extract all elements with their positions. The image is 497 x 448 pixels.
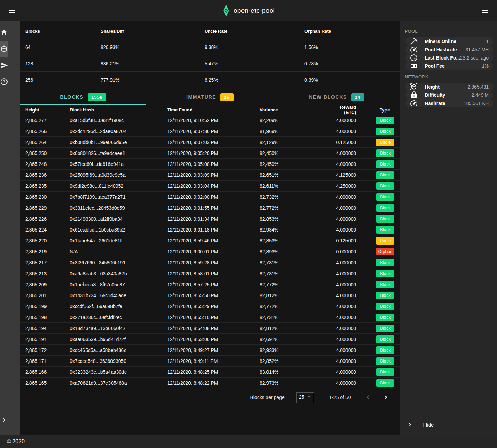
cell-time-found: 12/11/2020, 9:07:36 PM xyxy=(167,129,260,134)
type-badge: Block xyxy=(376,292,394,299)
tab-immature[interactable]: IMMATURE16 xyxy=(146,90,273,105)
cell-block-hash: 0xa15d3f38...0e31f1908c xyxy=(70,118,167,123)
expand-drawer-button[interactable] xyxy=(0,412,8,428)
cell-time-found: 12/11/2020, 9:05:08 PM xyxy=(167,161,260,167)
stat-value: 1 xyxy=(486,39,489,44)
table-row: 2,865,2770xa15d3f38...0e31f1908c12/11/20… xyxy=(20,115,400,126)
stat-value: 31.457 MH xyxy=(466,47,489,52)
type-badge: Block xyxy=(376,368,394,376)
home-icon xyxy=(0,28,8,37)
stats-cell: 9.38% xyxy=(205,44,304,50)
next-page-button[interactable] xyxy=(380,392,392,403)
table-row: 2,865,1990xccdf562f...69a698b7fe12/11/20… xyxy=(20,301,400,312)
tab-label: BLOCKS xyxy=(60,94,83,100)
cell-type: Block xyxy=(356,346,394,354)
per-page-select[interactable]: 25 xyxy=(296,392,314,403)
cell-variance: 82,732% xyxy=(260,194,328,200)
sidebar-item-help[interactable] xyxy=(0,74,8,90)
tab-blocks[interactable]: BLOCKS1558 xyxy=(20,90,146,105)
stats-cell: 5.47% xyxy=(205,61,304,66)
cell-type: Block xyxy=(356,160,394,168)
section-title-pool: POOL xyxy=(400,25,497,37)
left-nav xyxy=(0,21,20,435)
cell-type: Block xyxy=(356,215,394,223)
cell-time-found: 12/11/2020, 9:05:20 PM xyxy=(167,150,260,156)
hide-sidebar-button[interactable]: Hide xyxy=(400,417,497,432)
type-badge: Block xyxy=(376,335,394,343)
brand: open-etc-pool xyxy=(222,4,275,17)
cell-block-hash: 0x21493300...af2ff9ba34 xyxy=(70,216,167,222)
cell-time-found: 12/11/2020, 8:58:01 PM xyxy=(167,271,260,276)
cell-block-hash: 0x1b31b734...69c1d45ace xyxy=(70,293,167,298)
cube-scan-icon xyxy=(410,83,418,91)
cell-height: 2,865,266 xyxy=(25,129,70,134)
stats-cell: 256 xyxy=(25,77,101,83)
cell-variance: 82,812% xyxy=(260,293,328,298)
cell-reward: 4.000000 xyxy=(328,194,356,200)
stat-label: Hashrate xyxy=(424,101,445,106)
type-badge: Block xyxy=(376,259,394,266)
gauge-icon xyxy=(410,99,418,107)
prev-page-button[interactable] xyxy=(362,392,374,403)
cell-block-hash: 0xa70621d9...37e305468a xyxy=(70,380,167,386)
cell-time-found: 12/11/2020, 9:10:52 PM xyxy=(167,118,260,123)
cell-variance: 82,731% xyxy=(260,260,328,265)
cell-height: 2,865,213 xyxy=(25,271,70,276)
cell-block-hash: 0x3233243e...b5a4aa30dc xyxy=(70,369,167,375)
stats-sidebar-sections: POOLMiners Online1Pool Hashrate31.457 MH… xyxy=(400,25,497,107)
cell-height: 2,865,191 xyxy=(25,337,70,342)
cell-reward: 4.000000 xyxy=(328,205,356,211)
cell-block-hash: 0x271a236c...0efcfdf2ec xyxy=(70,315,167,320)
cell-height: 2,865,171 xyxy=(25,358,70,364)
cell-time-found: 12/11/2020, 9:01:34 PM xyxy=(167,216,260,222)
cell-reward: 4.000000 xyxy=(328,271,356,276)
top-app-bar: open-etc-pool xyxy=(0,0,497,21)
cell-variance: 82,933% xyxy=(260,347,328,353)
table-row: 2,865,2290x3311efec...20453d0e5912/11/20… xyxy=(20,202,400,213)
cell-type: Block xyxy=(356,149,394,157)
cell-height: 2,865,224 xyxy=(25,227,70,233)
table-row: 2,865,2500x6b801826...fa9adcaee112/11/20… xyxy=(20,148,400,159)
cube-icon xyxy=(0,45,8,53)
cell-height: 2,865,250 xyxy=(25,150,70,156)
cell-time-found: 12/11/2020, 9:00:01 PM xyxy=(167,249,260,254)
blocks-table-header: HeightBlock HashTime FoundVarianceReward… xyxy=(20,105,400,115)
cell-variance: 82,450% xyxy=(260,161,328,167)
hide-label: Hide xyxy=(423,422,434,428)
stat-value: 1% xyxy=(482,63,489,69)
cell-block-hash: 0xaa063539...b95d41d72f xyxy=(70,337,167,342)
cell-reward: 4.000000 xyxy=(328,315,356,320)
cell-variance: 82,772% xyxy=(260,205,328,211)
cell-reward: 4.000000 xyxy=(328,216,356,222)
right-menu-button[interactable] xyxy=(477,3,492,18)
etc-logo-icon xyxy=(222,4,230,17)
cell-reward: 4.125000 xyxy=(328,172,356,178)
tab-count-badge: 16 xyxy=(220,93,233,101)
tab-new-blocks[interactable]: NEW BLOCKS14 xyxy=(273,90,400,105)
stats-cell: 836.21% xyxy=(101,61,205,66)
cell-block-hash: 0x57fec60f...da616e941a xyxy=(70,161,167,167)
cell-block-hash: 0x25095f69...a0d39e9e5a xyxy=(70,172,167,178)
cell-height: 2,865,226 xyxy=(25,216,70,222)
cell-time-found: 12/11/2020, 8:49:27 PM xyxy=(167,347,260,353)
cell-type: Block xyxy=(356,226,394,234)
sidebar-item-home[interactable] xyxy=(0,24,8,41)
hamburger-icon xyxy=(481,6,489,15)
stats-row: 64826.93%9.38%1.56% xyxy=(20,39,400,55)
cell-variance: 82,893% xyxy=(260,249,328,254)
cell-height: 2,865,165 xyxy=(25,380,70,386)
banknote-icon xyxy=(410,62,418,70)
sidebar-item-payments[interactable] xyxy=(0,57,8,74)
cell-reward: 4.000000 xyxy=(328,227,356,233)
cell-type: Block xyxy=(356,379,394,387)
type-badge: Block xyxy=(376,128,394,135)
stat-item-miners-online: Miners Online1 xyxy=(405,37,493,45)
tab-count-badge: 1558 xyxy=(88,93,106,101)
table-row: 2,865,2170x3f367660...345806b19112/11/20… xyxy=(20,257,400,268)
cell-type: Block xyxy=(356,335,394,343)
stats-col-header: Blocks xyxy=(25,29,101,34)
menu-button[interactable] xyxy=(5,3,20,18)
sidebar-item-blocks[interactable] xyxy=(0,41,8,57)
cell-type: Uncle xyxy=(356,237,394,245)
column-header: Reward (ETC) xyxy=(328,105,356,115)
